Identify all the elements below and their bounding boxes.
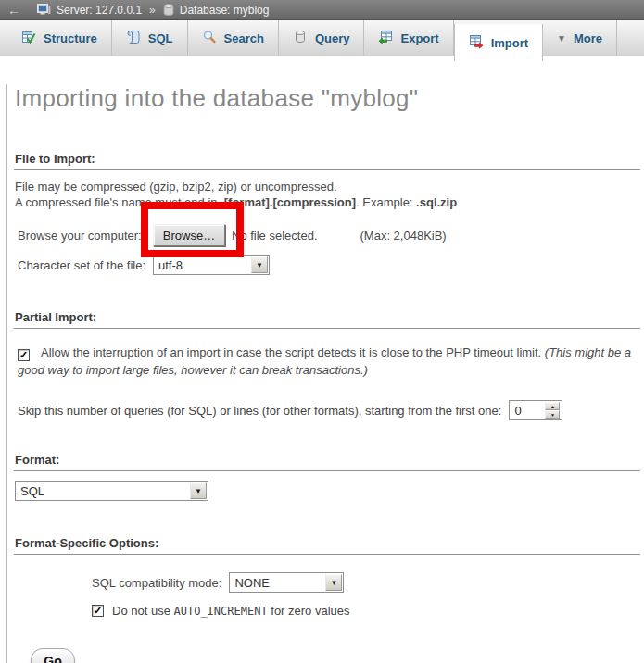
sql-compatibility-label: SQL compatibility mode: (92, 576, 221, 590)
skip-queries-row: Skip this number of queries (for SQL) or… (18, 400, 640, 420)
section-heading-format-specific: Format-Specific Options: (14, 536, 640, 555)
chevron-down-icon: ▼ (557, 33, 566, 44)
auto-increment-checkbox[interactable]: ✓ (92, 605, 104, 617)
browse-row: Browse your computer: Browse… No file se… (18, 223, 640, 247)
charset-row: Character set of the file: utf-8 ▼ (18, 254, 640, 276)
breadcrumb-separator: » (149, 4, 156, 17)
section-heading-partial-import: Partial Import: (14, 310, 640, 329)
tab-label: SQL (148, 31, 173, 45)
allow-interruption-text: Allow the interruption of an import in c… (41, 345, 545, 359)
tab-label: Structure (44, 31, 97, 45)
breadcrumb-server[interactable]: Server: 127.0.0.1 (57, 4, 142, 17)
import-page: Importing into the database "myblog" Fil… (6, 84, 644, 663)
allow-interruption-checkbox[interactable]: ✓ (18, 349, 30, 361)
compression-format-pattern: .[format].[compression] (221, 195, 356, 209)
section-heading-format: Format: (14, 453, 640, 471)
export-icon (378, 30, 393, 47)
sql-compatibility-select[interactable]: NONE ▼ (229, 572, 344, 593)
charset-label: Character set of the file: (18, 258, 153, 272)
compression-line2-mid: . Example: (356, 195, 416, 209)
section-heading-file-to-import: File to Import: (14, 152, 640, 170)
no-file-selected-text: No file selected. (232, 229, 318, 243)
sql-icon (126, 30, 141, 47)
compression-example: .sql.zip (416, 195, 457, 209)
skip-queries-label: Skip this number of queries (for SQL) or… (18, 404, 501, 418)
tab-more[interactable]: ▼ More (543, 20, 617, 56)
skip-queries-input[interactable]: 0 ▲ ▼ (509, 400, 562, 420)
tab-label: Query (315, 31, 350, 45)
allow-interruption-row: ✓Allow the interruption of an import in … (18, 344, 640, 379)
charset-select[interactable]: utf-8 ▼ (153, 255, 270, 275)
auto-increment-suffix: for zero values (268, 604, 350, 618)
import-icon (469, 34, 484, 52)
chevron-down-icon[interactable]: ▼ (251, 256, 268, 273)
format-row: SQL ▼ (15, 481, 640, 501)
browse-button[interactable]: Browse… (153, 224, 225, 246)
page-title: Importing into the database "myblog" (15, 84, 640, 113)
tab-export[interactable]: Export (364, 20, 453, 56)
tab-bar: Structure SQL Search Query Export Import… (0, 20, 644, 56)
browse-label: Browse your computer: (18, 229, 153, 243)
tab-sql[interactable]: SQL (112, 20, 188, 56)
server-breadcrumb-bar: ← Server: 127.0.0.1 » Database: myblog (0, 0, 644, 20)
sql-compatibility-row: SQL compatibility mode: NONE ▼ (92, 572, 640, 593)
format-select-value: SQL (16, 482, 189, 500)
breadcrumb-database[interactable]: Database: myblog (180, 4, 270, 17)
go-button[interactable]: Go (31, 648, 75, 663)
tab-query[interactable]: Query (279, 20, 365, 56)
tab-label: Search (224, 31, 264, 45)
server-icon (37, 4, 51, 16)
tab-label: Export (400, 31, 438, 45)
auto-increment-row: ✓ Do not use AUTO_INCREMENT for zero val… (92, 604, 640, 618)
chevron-down-icon[interactable]: ▼ (325, 574, 342, 591)
skip-queries-value: 0 (511, 404, 545, 418)
max-upload-size: (Max: 2,048KiB) (360, 229, 447, 243)
tab-structure[interactable]: Structure (7, 20, 112, 56)
compression-info-text: File may be compressed (gzip, bzip2, zip… (15, 179, 640, 210)
tab-search[interactable]: Search (188, 20, 279, 56)
spinner-buttons: ▲ ▼ (545, 402, 560, 419)
auto-increment-code: AUTO_INCREMENT (174, 605, 268, 618)
chevron-down-icon[interactable]: ▼ (190, 482, 207, 499)
format-select[interactable]: SQL ▼ (15, 481, 208, 501)
auto-increment-label: Do not use AUTO_INCREMENT for zero value… (112, 604, 350, 618)
tab-label: More (574, 31, 602, 45)
search-icon (202, 30, 217, 47)
auto-increment-prefix: Do not use (112, 604, 174, 618)
charset-select-value: utf-8 (154, 256, 250, 274)
structure-icon (21, 30, 36, 47)
sql-compatibility-value: NONE (230, 573, 324, 592)
compression-line1: File may be compressed (gzip, bzip2, zip… (15, 180, 337, 194)
compression-line2-prefix: A compressed file's name must end in (15, 195, 221, 209)
spinner-down-icon[interactable]: ▼ (545, 410, 560, 419)
tab-label: Import (491, 36, 528, 50)
spinner-up-icon[interactable]: ▲ (545, 402, 560, 410)
database-icon (163, 4, 174, 16)
tab-import[interactable]: Import (454, 24, 543, 61)
back-arrow-icon[interactable]: ← (7, 4, 20, 17)
query-icon (293, 30, 308, 47)
